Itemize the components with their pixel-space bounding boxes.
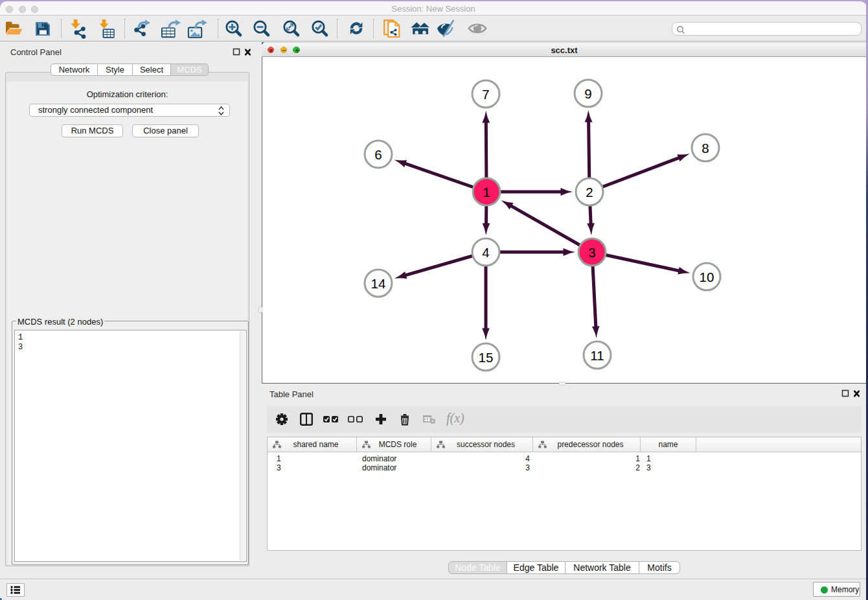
svg-text:1: 1 [483,185,490,200]
svg-text:10: 10 [700,270,714,284]
svg-text:6: 6 [374,147,382,162]
svg-text:3: 3 [588,245,595,260]
svg-text:7: 7 [482,87,489,102]
svg-text:4: 4 [482,245,489,260]
svg-text:2: 2 [586,185,593,200]
svg-text:11: 11 [590,348,604,363]
svg-text:14: 14 [371,276,386,291]
svg-text:9: 9 [584,86,591,101]
svg-text:f(x): f(x) [446,412,464,426]
svg-text:15: 15 [479,350,494,365]
svg-text:8: 8 [702,141,709,156]
